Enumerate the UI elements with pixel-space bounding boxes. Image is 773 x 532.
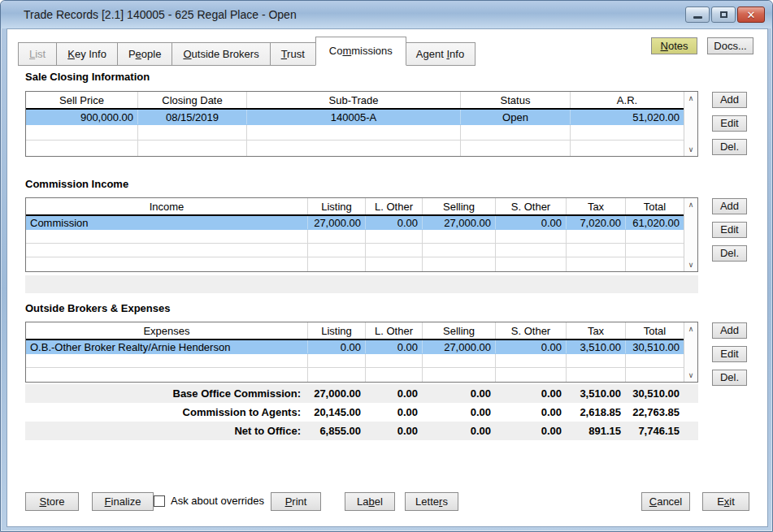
cancel-button[interactable]: Cancel [641, 492, 690, 511]
tab-label: ople [141, 48, 162, 60]
cell-tax: 7,020.00 [567, 216, 626, 229]
outside-brokers-table: Expenses Listing L. Other Selling S. Oth… [25, 322, 698, 383]
column-header-total: Total [626, 322, 684, 339]
summary-row-net-to-office: Net to Office: 6,855.00 0.00 0.00 0.00 8… [25, 422, 698, 440]
tab-outside-brokers[interactable]: Outside Brokers [172, 42, 270, 66]
button-label: S [39, 495, 46, 508]
table-row-empty[interactable] [26, 257, 684, 271]
table-row-empty[interactable] [26, 230, 684, 244]
maximize-icon [720, 11, 727, 18]
window-title: Trade Records [2.1] 140005 - 625 Regal P… [24, 8, 297, 21]
table-row-empty[interactable] [26, 244, 684, 257]
store-button[interactable]: Store [25, 492, 79, 511]
tab-label: T [281, 48, 287, 60]
letters-button[interactable]: Letters [405, 492, 458, 511]
table-row-empty[interactable] [26, 368, 684, 382]
notes-button[interactable]: Notes [651, 37, 697, 54]
close-icon: ✕ [747, 10, 756, 20]
sale-edit-button[interactable]: Edit [712, 115, 747, 132]
sale-add-button[interactable]: Add [712, 92, 747, 108]
close-button[interactable]: ✕ [737, 6, 765, 23]
label-button[interactable]: Label [345, 492, 395, 511]
button-label: s [442, 495, 448, 508]
income-edit-button[interactable]: Edit [712, 222, 747, 238]
print-button[interactable]: Print [271, 492, 321, 511]
summary-tax: 891.15 [566, 425, 625, 437]
tab-label: P [128, 48, 136, 60]
table-row-selected[interactable]: O.B.-Other Broker Realty/Arnie Henderson… [26, 340, 684, 354]
summary-s-other: 0.00 [495, 425, 566, 437]
scrollbar[interactable]: ∧ ∨ [684, 322, 697, 382]
summary-selling: 0.00 [422, 425, 495, 437]
cell-closing-date: 08/15/2019 [138, 110, 247, 124]
sale-del-button[interactable]: Del. [712, 139, 747, 155]
column-header-closing-date: Closing Date [138, 92, 247, 108]
tab-label: m [342, 45, 351, 57]
cell-status: Open [461, 110, 571, 124]
summary-tax: 2,618.85 [566, 406, 625, 418]
expenses-edit-button[interactable]: Edit [712, 346, 747, 362]
column-header-ar: A.R. [571, 92, 684, 108]
cell-s-other: 0.00 [496, 216, 567, 229]
tab-label: missions [351, 45, 393, 57]
tab-label: ist [35, 48, 46, 60]
cell-empty [626, 257, 684, 271]
scroll-down-icon[interactable]: ∨ [684, 261, 697, 269]
cell-total: 30,510.00 [626, 340, 684, 353]
table-row-selected[interactable]: Commission 27,000.00 0.00 27,000.00 0.00… [26, 216, 684, 230]
maximize-button[interactable] [711, 6, 736, 23]
income-add-button[interactable]: Add [712, 198, 747, 214]
summary-label: Net to Office: [25, 425, 307, 437]
table-body: Expenses Listing L. Other Selling S. Oth… [26, 322, 684, 382]
tab-commissions[interactable]: Commissions [315, 37, 406, 66]
summary-listing: 6,855.00 [307, 425, 365, 437]
table-row-empty[interactable] [26, 141, 684, 156]
cell-empty [247, 141, 461, 156]
tab-trust[interactable]: Trust [270, 42, 316, 66]
summary-total: 7,746.15 [625, 425, 684, 437]
scroll-up-icon[interactable]: ∧ [684, 325, 697, 333]
docs-button[interactable]: Docs... [707, 37, 753, 54]
scroll-up-icon[interactable]: ∧ [684, 201, 697, 209]
cell-empty [496, 257, 567, 271]
table-row-empty[interactable] [26, 125, 684, 141]
tab-key-info[interactable]: Key Info [56, 42, 118, 66]
cell-empty [308, 257, 366, 271]
expenses-add-button[interactable]: Add [712, 322, 747, 339]
table-row-empty[interactable] [26, 354, 684, 368]
scroll-down-icon[interactable]: ∨ [684, 371, 697, 379]
cell-empty [423, 368, 496, 382]
title-bar[interactable]: Trade Records [2.1] 140005 - 625 Regal P… [1, 1, 772, 28]
cell-empty [26, 141, 138, 156]
tab-people[interactable]: People [117, 42, 172, 66]
tab-agent-info[interactable]: Agent Info [405, 42, 476, 66]
expenses-del-button[interactable]: Del. [712, 370, 747, 386]
tab-label: e [136, 48, 141, 60]
tab-label: rust [287, 48, 305, 60]
cell-empty [626, 230, 684, 243]
cell-sub-trade: 140005-A [247, 110, 461, 124]
exit-button[interactable]: Exit [702, 492, 749, 511]
table-body: Sell Price Closing Date Sub-Trade Status… [26, 92, 684, 156]
income-del-button[interactable]: Del. [712, 245, 747, 262]
button-label: rint [292, 495, 306, 508]
button-label: E [717, 495, 724, 508]
scroll-down-icon[interactable]: ∨ [684, 145, 697, 154]
scrollbar[interactable]: ∧ ∨ [684, 92, 697, 156]
tab-label: ey Info [75, 48, 106, 60]
scroll-up-icon[interactable]: ∧ [684, 94, 697, 102]
finalize-button[interactable]: Finalize [92, 492, 154, 511]
button-label: Lette [415, 495, 439, 508]
table-row-selected[interactable]: 900,000.00 08/15/2019 140005-A Open 51,0… [26, 110, 684, 125]
minimize-button[interactable] [685, 6, 710, 23]
cell-income: Commission [26, 216, 308, 229]
sale-closing-table: Sell Price Closing Date Sub-Trade Status… [25, 91, 698, 157]
summary-row-base-office-commission: Base Office Commission: 27,000.00 0.00 0… [25, 384, 698, 403]
ask-overrides-label: Ask about overrides [171, 495, 264, 507]
ask-overrides-checkbox[interactable] [154, 495, 165, 507]
cell-empty [26, 230, 308, 243]
cell-empty [26, 257, 308, 271]
button-label: tore [46, 495, 64, 508]
summary-l-other: 0.00 [365, 425, 422, 437]
scrollbar[interactable]: ∧ ∨ [684, 198, 697, 271]
